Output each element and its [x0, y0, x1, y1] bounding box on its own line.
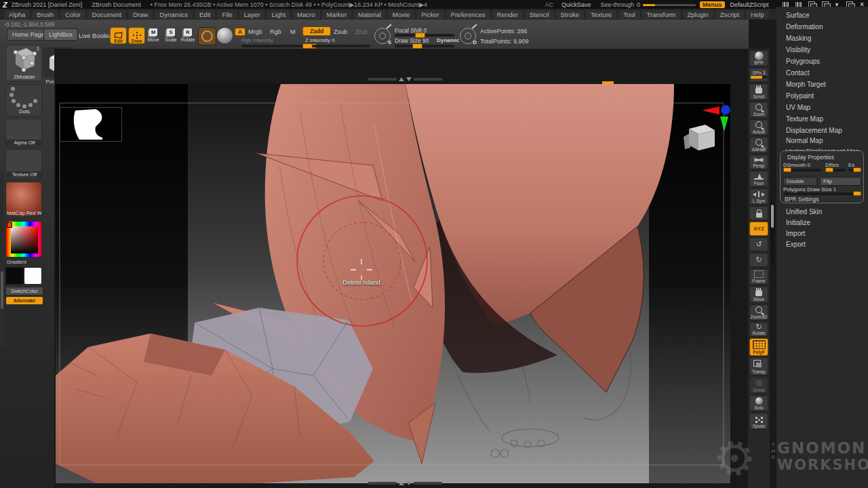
m-button[interactable]: M [290, 28, 296, 35]
menu-draw[interactable]: Draw [128, 10, 153, 19]
actual-button[interactable]: Actual [749, 119, 768, 136]
default-zscript-button[interactable]: DefaultZScript [730, 1, 769, 8]
document-canvas[interactable]: Delete Island [54, 49, 749, 488]
panel-item-export[interactable]: Export [786, 241, 806, 248]
menu-material[interactable]: Material [353, 10, 386, 19]
menu-stroke[interactable]: Stroke [556, 10, 584, 19]
zcut-button[interactable]: Zcut [355, 28, 368, 35]
current-brush-button[interactable] [198, 27, 216, 45]
menu-picker[interactable]: Picker [416, 10, 443, 19]
local-symmetry-button[interactable]: L.Sym [749, 188, 768, 205]
menus-button[interactable]: Menus [700, 1, 725, 8]
left-tray-scrollbar[interactable] [0, 171, 4, 347]
frame-button[interactable]: Frame [749, 268, 768, 285]
display-properties-title[interactable]: Display Properties [787, 154, 834, 161]
menu-color[interactable]: Color [60, 10, 85, 19]
xyz-symmetry-button[interactable]: XYZ [749, 222, 768, 236]
polygons-draw-size-slider[interactable] [783, 192, 861, 195]
panel-item-morph-target[interactable]: Morph Target [786, 81, 826, 88]
menu-zplugin[interactable]: Zplugin [683, 10, 713, 19]
move-view-button[interactable]: Move [749, 286, 768, 303]
mrgb-button[interactable]: Mrgb [248, 28, 262, 35]
stroke-dots-tile[interactable]: Dots [5, 84, 42, 117]
left-tray-toggle-icon[interactable] [783, 2, 789, 7]
menu-stencil[interactable]: Stencil [525, 10, 554, 19]
zadd-button[interactable]: Zadd [302, 26, 331, 36]
menu-transform[interactable]: Transform [642, 10, 681, 19]
xpose-button[interactable]: Xpose [749, 413, 768, 430]
zmodeler-brush-tile[interactable]: 1 ZModeler [5, 45, 42, 81]
menu-layer[interactable]: Layer [239, 10, 265, 19]
stroke-preview-button[interactable] [217, 28, 233, 43]
stroke-type-icon[interactable]: S [374, 28, 391, 44]
menu-edit[interactable]: Edit [195, 10, 215, 19]
bpr-button[interactable]: BPR [749, 50, 768, 66]
canvas-top-scrollbar[interactable] [368, 77, 442, 81]
menu-light[interactable]: Light [267, 10, 290, 19]
menu-preferences[interactable]: Preferences [446, 10, 490, 19]
panel-item-polygroups[interactable]: Polygroups [786, 58, 820, 65]
axis-x-icon[interactable] [702, 106, 719, 115]
edit-button[interactable]: Edit [110, 27, 127, 44]
panel-item-uv-map[interactable]: UV Map [786, 104, 810, 111]
matcap-tile[interactable]: MatCap Red W [5, 182, 42, 217]
ghost-button[interactable]: Ghost [749, 377, 768, 394]
floor-button[interactable]: Floor [749, 171, 768, 187]
menu-zscript[interactable]: Zscript [715, 10, 745, 19]
axis-y-icon[interactable] [720, 117, 728, 131]
menu-brush[interactable]: Brush [32, 10, 58, 19]
zoom-button[interactable]: Zoom [749, 102, 768, 118]
panel-item-surface[interactable]: Surface [786, 12, 809, 19]
menu-macro[interactable]: Macro [292, 10, 319, 19]
alpha-off-tile[interactable]: Alpha Off [5, 119, 42, 147]
scale-button[interactable]: S Scale [163, 28, 179, 42]
menu-document[interactable]: Document [87, 10, 126, 19]
menu-alpha[interactable]: Alpha [4, 10, 30, 19]
alternate-button[interactable]: Alternate [5, 296, 43, 305]
draw-size-slider[interactable] [395, 45, 454, 47]
menu-texture[interactable]: Texture [586, 10, 616, 19]
draw-button[interactable]: Draw [128, 27, 145, 44]
canvas-bottom-scrollbar[interactable] [368, 481, 442, 485]
menu-render[interactable]: Render [492, 10, 523, 19]
spix-slider[interactable]: SPix 3 [749, 68, 768, 82]
panel-item-visibility[interactable]: Visibility [786, 46, 810, 54]
panel-item-import[interactable]: Import [786, 230, 805, 237]
focal-shift-slider[interactable] [395, 34, 454, 37]
rotate-button[interactable]: R Rotate [180, 28, 196, 42]
right-tray-toggle-icon[interactable] [795, 2, 802, 7]
menu-dynamics[interactable]: Dynamics [155, 10, 193, 19]
panel-item-polypaint[interactable]: Polypaint [786, 92, 814, 100]
bpr-settings-item[interactable]: BPR Settings [785, 196, 819, 203]
rotate-view-button[interactable]: ↻Rotate [749, 322, 768, 337]
panel-item-masking[interactable]: Masking [786, 35, 811, 42]
main-color-swatch[interactable] [5, 267, 24, 285]
flip-button[interactable]: Flip [820, 177, 861, 186]
dynamic-toggle[interactable]: Dynamic [437, 37, 459, 43]
menu-help[interactable]: Help [746, 10, 769, 19]
scroll-button[interactable]: Scroll [749, 83, 768, 100]
zoom3d-button[interactable]: Zoom3D [749, 304, 768, 321]
persp-button[interactable]: Persp [749, 155, 768, 169]
color-a-swatch[interactable]: A [235, 28, 245, 36]
color-picker[interactable] [5, 221, 42, 258]
see-through-slider[interactable] [643, 4, 696, 6]
menu-file[interactable]: File [217, 10, 237, 19]
double-button[interactable]: Double [783, 177, 817, 186]
texture-off-tile[interactable]: Texture Off [5, 149, 42, 179]
solo-button[interactable]: Solo [749, 395, 768, 411]
alpha-type-icon[interactable]: D [460, 28, 476, 44]
panel-item-normal-map[interactable]: Normal Map [786, 137, 823, 144]
menu-marker[interactable]: Marker [322, 10, 352, 19]
dsmooth-slider[interactable] [783, 169, 821, 171]
move-button[interactable]: M Move [145, 28, 161, 42]
quicksave-button[interactable]: QuickSave [561, 1, 591, 8]
aahalf-button[interactable]: AAHalf [749, 137, 768, 153]
secondary-color-swatch[interactable] [24, 267, 42, 285]
rotate-cw-button[interactable]: ↻ [749, 253, 768, 267]
rotate-ccw-button[interactable]: ↺ [749, 237, 768, 251]
transparency-button[interactable]: Transp [749, 357, 768, 375]
switch-color-button[interactable]: SwitchColor [5, 287, 43, 296]
panel-item-deformation[interactable]: Deformation [786, 23, 823, 30]
axis-z-icon[interactable] [721, 105, 730, 115]
